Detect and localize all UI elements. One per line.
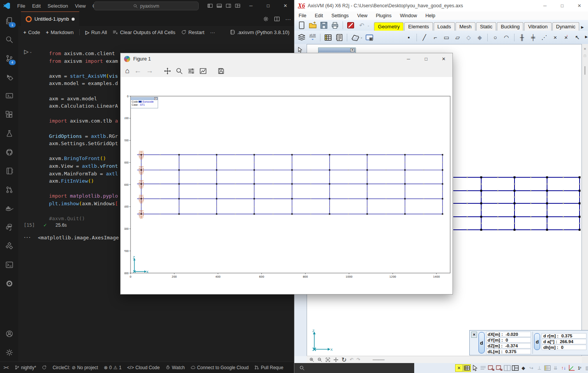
tab-untitled-ipynb[interactable]: Untitled-1.ipynb — [21, 11, 79, 26]
figure-titlebar[interactable]: Figure 1 ─ □ ✕ — [121, 53, 452, 65]
divide-lines-icon[interactable]: ╫ — [518, 33, 527, 42]
pan-icon[interactable] — [164, 67, 171, 75]
activity-settings[interactable] — [0, 343, 18, 362]
draw-node-icon[interactable]: ▪ — [404, 33, 413, 42]
open-file-icon[interactable] — [308, 21, 317, 29]
activity-circleci[interactable] — [0, 274, 18, 293]
grid-snap-icon[interactable] — [463, 364, 471, 372]
coordinate-field[interactable]: d r[m] : 0.375 — [542, 333, 586, 339]
elevation-arrows-icon[interactable]: ↑↓ — [560, 364, 567, 372]
split-view-icon[interactable] — [503, 364, 511, 372]
menu-view[interactable]: View — [72, 3, 89, 9]
watch-item[interactable]: Watch — [165, 365, 185, 370]
activity-pull-requests[interactable] — [0, 180, 18, 199]
close-icon[interactable]: ✕ — [350, 48, 354, 52]
draw-line-icon[interactable]: ╱ — [420, 33, 429, 42]
ax-tab-static[interactable]: Static — [476, 22, 497, 31]
workplane-alt-icon[interactable] — [495, 364, 503, 372]
clear-outputs-button[interactable]: Clear Outputs of All Cells — [113, 29, 175, 35]
menu-window[interactable]: Window — [396, 13, 421, 18]
zoom-rect-icon[interactable] — [176, 67, 183, 75]
render-window-icon[interactable] — [365, 33, 374, 42]
toggle-panel-icon[interactable] — [217, 3, 222, 8]
problems-item[interactable]: ⊗0⚠1 — [104, 365, 121, 370]
numbering-icon[interactable]: 1² — [576, 364, 583, 372]
close-view-icon[interactable]: ✕ — [583, 47, 586, 51]
minimize-button[interactable]: ─ — [400, 53, 417, 65]
toolbar-overflow-icon[interactable]: ▶ — [584, 35, 588, 40]
view-redo-icon[interactable]: ↷ — [356, 357, 360, 362]
ax-tab-geometry[interactable]: Geometry — [374, 22, 403, 31]
activity-extensions[interactable] — [0, 105, 18, 124]
divide-cross-icon[interactable]: ╪ — [529, 33, 538, 42]
pointer-icon[interactable] — [297, 46, 304, 53]
perpendicular-icon[interactable]: ⊥ — [536, 364, 543, 372]
undo-icon[interactable]: ↶ — [357, 21, 366, 29]
menu-edit[interactable]: Edit — [310, 13, 327, 18]
pdf-icon[interactable] — [346, 21, 355, 29]
zoom-slider[interactable]: —— — [373, 356, 384, 363]
menu-plugins[interactable]: Plugins — [372, 13, 396, 18]
ax-tab-elements[interactable]: Elements — [404, 22, 433, 31]
hatch-icon[interactable]: ▨ — [584, 364, 588, 372]
layers-icon[interactable] — [297, 33, 306, 42]
activity-remote-explorer[interactable] — [0, 87, 18, 105]
close-button[interactable]: ✕ — [277, 0, 294, 11]
activity-testing[interactable] — [0, 124, 18, 143]
coordinate-list-icon[interactable] — [479, 364, 487, 372]
display-dropdown-icon[interactable]: ⌄ — [360, 36, 363, 39]
activity-github[interactable] — [0, 143, 18, 162]
display-options-icon[interactable] — [350, 33, 359, 42]
workplane-icon[interactable] — [487, 364, 495, 372]
ax-tab-loads[interactable]: Loads — [434, 22, 455, 31]
local-axes-icon[interactable] — [568, 364, 575, 372]
run-all-button[interactable]: ▷Run All — [85, 29, 107, 35]
draw-rectangle-icon[interactable]: ▭ — [442, 33, 451, 42]
rotate-icon[interactable]: ↻ — [341, 356, 346, 363]
toggle-sidebar-icon[interactable] — [207, 3, 213, 8]
print-icon[interactable] — [330, 21, 340, 29]
back-icon[interactable]: ← — [134, 67, 141, 75]
gcloud-item[interactable]: Connect to Google Cloud — [191, 365, 249, 370]
menu-file[interactable]: File — [14, 3, 29, 9]
normal-transversal-icon[interactable]: ↖ — [573, 33, 582, 42]
split-editor-icon[interactable] — [274, 16, 280, 22]
story-down-icon[interactable]: ⇊ — [552, 364, 559, 372]
notebook-settings-icon[interactable] — [263, 16, 269, 22]
zoom-in-icon[interactable] — [309, 357, 314, 362]
tab-overflow-icon[interactable]: ▶ — [580, 25, 584, 31]
intersect-extend-icon[interactable]: ×↑ — [562, 33, 571, 42]
table-browser-icon[interactable] — [323, 33, 333, 42]
maximize-view-icon[interactable]: □ — [584, 54, 586, 58]
coordinate-field[interactable]: dh[m] : 0 — [542, 345, 586, 350]
draw-circle-icon[interactable]: ○ — [491, 33, 500, 42]
ax-tab-buckling[interactable]: Buckling — [497, 22, 523, 31]
menu-help[interactable]: Help — [421, 13, 439, 18]
menu-edit[interactable]: Edit — [29, 3, 44, 9]
kernel-picker[interactable]: .axisvm (Python 3.8.10) — [230, 29, 294, 35]
minimize-button[interactable]: ─ — [536, 0, 554, 11]
coordinate-field[interactable]: d a[°] : 266.94 — [542, 339, 586, 344]
coordinate-field[interactable]: dY[m] : 0 — [486, 337, 531, 343]
editor-more-icon[interactable]: ··· — [285, 16, 291, 22]
menu-selection[interactable]: Selection — [44, 3, 71, 9]
activity-source-control[interactable]: 4 — [0, 49, 18, 68]
remote-indicator[interactable]: >< — [3, 365, 9, 370]
info-window-titlebar[interactable]: ✕ — [318, 48, 355, 52]
coordinate-field[interactable]: dX[m] : -0.020 — [486, 332, 531, 337]
git-branch-item[interactable]: nightly* — [15, 365, 36, 370]
trace-icon[interactable]: ↪ — [528, 364, 535, 372]
activity-terminal[interactable] — [0, 255, 18, 274]
close-button[interactable]: ✕ — [571, 0, 588, 11]
home-icon[interactable]: ⌂ — [125, 67, 129, 75]
save-figure-icon[interactable] — [217, 67, 225, 75]
perspective-icon[interactable]: ◆ — [519, 364, 527, 372]
new-file-icon[interactable] — [297, 21, 306, 29]
activity-notebooks[interactable] — [0, 162, 18, 180]
line-points-icon[interactable]: ⋰ — [539, 33, 549, 42]
close-icon[interactable]: ✕ — [471, 332, 477, 338]
ax-tab-mesh[interactable]: Mesh — [456, 22, 475, 31]
minimize-button[interactable]: ─ — [242, 0, 260, 11]
view-undo-icon[interactable]: ↶ — [350, 357, 353, 362]
close-button[interactable]: ✕ — [435, 53, 452, 65]
